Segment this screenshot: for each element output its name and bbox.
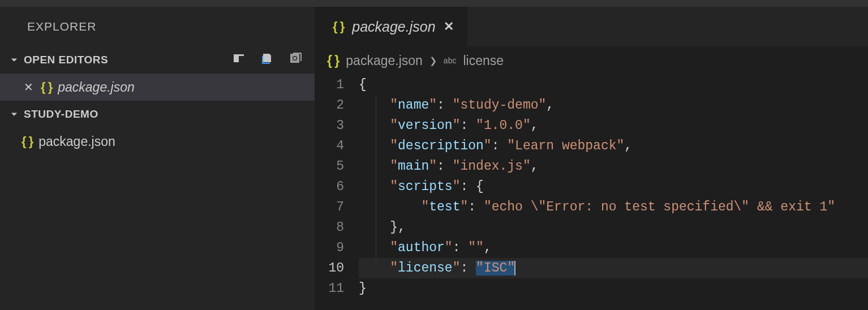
open-editors-label: OPEN EDITORS xyxy=(24,54,108,66)
breadcrumb[interactable]: { } package.json ❯ abc license xyxy=(315,46,868,75)
code-line[interactable]: "license": "ISC" xyxy=(359,258,868,278)
chevron-down-icon xyxy=(8,56,20,64)
close-icon[interactable]: ✕ xyxy=(444,19,454,34)
file-tree-filename: package.json xyxy=(38,134,115,149)
json-file-icon: { } xyxy=(327,53,339,68)
code-line[interactable]: } xyxy=(359,278,868,299)
code-line[interactable]: "author": "", xyxy=(359,238,868,258)
code-line[interactable]: "main": "index.js", xyxy=(359,156,868,176)
breadcrumb-file[interactable]: package.json xyxy=(346,53,423,68)
code-line[interactable]: }, xyxy=(359,217,868,238)
close-all-icon[interactable] xyxy=(289,52,302,68)
workspace-folder-header[interactable]: STUDY-DEMO xyxy=(0,101,315,128)
code-line[interactable]: { xyxy=(359,75,868,95)
save-all-icon[interactable] xyxy=(260,52,274,68)
code-line[interactable]: "version": "1.0.0", xyxy=(359,115,868,136)
symbol-kind-icon: abc xyxy=(444,56,457,65)
code-line[interactable]: "description": "Learn webpack", xyxy=(359,136,868,156)
explorer-sidebar: EXPLORER OPEN EDITORS ✕ { } package xyxy=(0,7,315,310)
line-number-gutter: 1234567891011 xyxy=(315,75,359,299)
json-file-icon: { } xyxy=(22,134,33,149)
open-editor-item[interactable]: ✕ { } package.json xyxy=(0,74,315,101)
json-file-icon: { } xyxy=(333,19,344,34)
code-line[interactable]: "name": "study-demo", xyxy=(359,95,868,115)
window-titlebar-gap xyxy=(0,0,868,7)
tab-filename: package.json xyxy=(352,19,435,35)
code-line[interactable]: "scripts": { xyxy=(359,176,868,197)
open-editor-filename: package.json xyxy=(58,80,135,95)
breadcrumb-symbol[interactable]: license xyxy=(463,53,504,68)
editor-tab[interactable]: { } package.json ✕ xyxy=(315,7,467,46)
chevron-right-icon: ❯ xyxy=(429,55,437,66)
file-tree-item[interactable]: { } package.json xyxy=(0,128,315,155)
workspace-folder-label: STUDY-DEMO xyxy=(24,108,98,120)
new-untitled-icon[interactable] xyxy=(232,52,246,68)
editor-pane: { } package.json ✕ { } package.json ❯ ab… xyxy=(315,7,868,310)
code-lines[interactable]: { "name": "study-demo", "version": "1.0.… xyxy=(359,75,868,299)
tab-bar: { } package.json ✕ xyxy=(315,7,868,46)
json-file-icon: { } xyxy=(41,80,52,94)
close-icon[interactable]: ✕ xyxy=(22,80,35,94)
open-editors-header[interactable]: OPEN EDITORS xyxy=(0,46,315,74)
code-line[interactable]: "test": "echo \"Error: no test specified… xyxy=(359,197,868,217)
code-editor[interactable]: 1234567891011 { "name": "study-demo", "v… xyxy=(315,75,868,299)
explorer-title: EXPLORER xyxy=(0,7,315,46)
chevron-down-icon xyxy=(8,110,20,118)
